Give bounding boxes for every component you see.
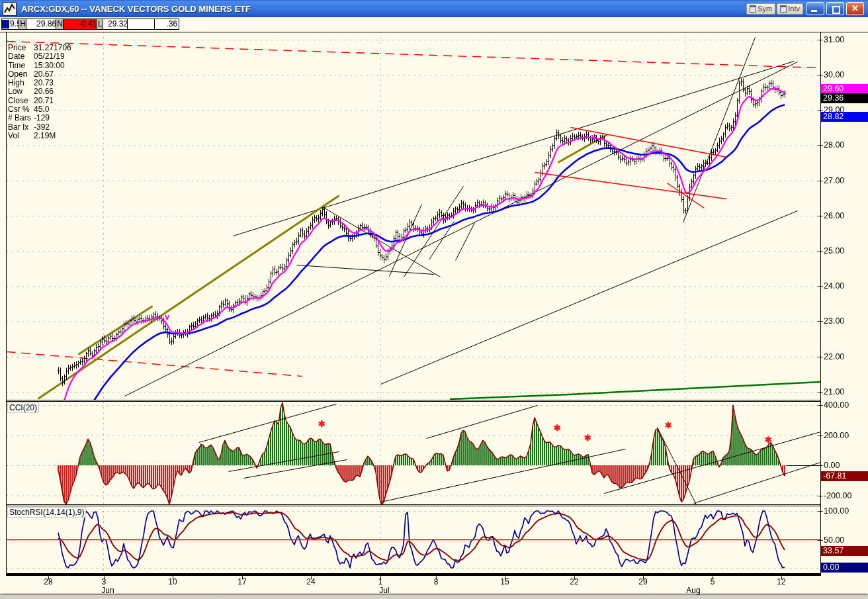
time-day-label: 8 — [426, 577, 446, 586]
info-row: Csr %45.0 — [8, 105, 71, 114]
info-label: Csr % — [8, 105, 34, 114]
time-day-label: 12 — [771, 577, 791, 586]
price-tick-label: 25.00 — [824, 246, 866, 255]
cci-signal-asterisk: ✱ — [765, 435, 772, 445]
price-tick-label: 28.00 — [824, 140, 866, 150]
close-icon — [847, 3, 863, 13]
price-tick-label: 31.00 — [824, 35, 866, 44]
info-value: 20.66 — [34, 87, 54, 96]
open-cell: 9.55 — [1, 19, 20, 30]
high-value: 29.86 — [26, 19, 58, 30]
info-row: Time15:30:00 — [8, 62, 71, 70]
app-window: ARCX:GDX,60 -- VANECK VECTORS GOLD MINER… — [0, 0, 868, 599]
time-day-label: 29 — [633, 577, 653, 586]
price-value-badge: 29.60 — [821, 84, 868, 94]
price-tick-label: 21.00 — [824, 387, 866, 396]
extra-value: .36 — [154, 19, 179, 30]
selection-chip-icon — [2, 20, 9, 28]
price-tick-label: 24.00 — [824, 281, 866, 291]
info-label: Low — [8, 87, 34, 96]
info-value: -392 — [34, 122, 50, 132]
price-value-badge: 29.36 — [821, 93, 868, 103]
cci-value-badge: -67.81 — [821, 471, 868, 481]
info-row: Close20.71 — [8, 97, 71, 105]
minimize-button[interactable] — [806, 2, 824, 15]
time-day-label: 24 — [301, 577, 321, 586]
price-tick-label: 27.00 — [824, 176, 866, 185]
price-tick-label: 23.00 — [824, 316, 866, 326]
close-button[interactable] — [846, 2, 864, 15]
info-row: Vol2.19M — [8, 132, 71, 140]
info-row: Open20.67 — [8, 70, 71, 79]
minimize-icon — [811, 10, 817, 12]
title-bar[interactable]: ARCX:GDX,60 -- VANECK VECTORS GOLD MINER… — [0, 0, 868, 17]
time-day-label: 1 — [370, 577, 390, 586]
reversal-marker-v: v — [165, 312, 169, 322]
price-tick-label: 22.00 — [824, 352, 866, 361]
info-label: Open — [8, 70, 34, 79]
cci-signal-asterisk: ✱ — [665, 420, 672, 430]
info-value: 20.71 — [34, 96, 54, 105]
info-value: 45.0 — [34, 105, 49, 114]
stoch-tick-label: 100.00 — [824, 506, 866, 516]
info-row: Bar Ix-392 — [8, 123, 71, 132]
info-row: # Bars-129 — [8, 114, 71, 122]
maximize-icon — [832, 6, 840, 14]
cci-tick-label: 200.00 — [824, 431, 866, 440]
cci-signal-asterisk: ✱ — [584, 433, 591, 443]
sym-button-label: Sym — [758, 5, 772, 13]
time-day-label: 28 — [38, 577, 58, 586]
sym-button[interactable]: Sym — [746, 3, 775, 15]
info-value: 15:30:00 — [34, 61, 65, 70]
app-icon — [3, 2, 17, 16]
time-day-label: 17 — [232, 577, 252, 586]
intv-button[interactable]: Intv — [777, 3, 803, 15]
spare-cell — [127, 19, 155, 30]
quote-bar: 9.55 H 29.86 N -0.41 L 29.32 .36 — [0, 17, 868, 32]
info-label: Date — [8, 52, 34, 61]
info-label: High — [8, 79, 34, 87]
cci-panel-label: CCI(20) — [7, 402, 39, 413]
info-row: Low20.66 — [8, 87, 71, 96]
cci-tick-label: 400.00 — [824, 400, 866, 410]
stoch-panel-label: StochRSI(14,14(1),9) — [7, 507, 86, 518]
low-value: 29.32 — [103, 19, 130, 30]
info-value: 31.271706 — [34, 43, 71, 52]
time-day-label: 10 — [163, 577, 183, 586]
price-value-badge: 28.82 — [821, 112, 868, 122]
net-value: -0.41 — [63, 19, 99, 30]
time-day-label: 3 — [94, 577, 114, 586]
info-label: Bar Ix — [8, 123, 34, 132]
stoch-tick-label: 50.00 — [824, 535, 866, 545]
info-row: Price31.271706 — [8, 44, 71, 52]
time-day-label: 5 — [703, 577, 722, 586]
info-label: Close — [8, 97, 34, 105]
info-value: 20.67 — [34, 69, 54, 79]
intv-button-label: Intv — [788, 5, 800, 13]
info-label: Price — [8, 44, 34, 52]
data-window-panel: Price31.271706Date05/21/19Time15:30:00Op… — [8, 44, 71, 140]
info-value: -129 — [34, 113, 50, 122]
info-row: Date05/21/19 — [8, 52, 71, 61]
time-day-label: 15 — [495, 577, 515, 586]
stoch-value-badge: 0.00 — [821, 563, 868, 573]
cci-signal-asterisk: ✱ — [318, 419, 326, 429]
info-label: # Bars — [8, 114, 34, 122]
info-row: High20.73 — [8, 79, 71, 87]
window-title: ARCX:GDX,60 -- VANECK VECTORS GOLD MINER… — [21, 4, 251, 14]
info-label: Time — [8, 62, 34, 70]
cci-signal-asterisk: ✱ — [554, 423, 561, 433]
price-tick-label: 26.00 — [824, 211, 866, 220]
window-icon — [750, 5, 756, 13]
time-day-label: 22 — [564, 577, 584, 586]
info-label: Vol — [8, 132, 34, 140]
time-month-label: Aug — [682, 586, 705, 595]
reversal-marker-v: v — [591, 132, 596, 142]
info-value: 20.73 — [34, 78, 54, 87]
chart-canvas[interactable] — [0, 0, 868, 599]
cci-tick-label: -200.00 — [824, 491, 866, 500]
price-tick-label: 30.00 — [824, 70, 866, 79]
stoch-value-badge: 33.57 — [821, 546, 868, 556]
cci-tick-label: 0.00 — [824, 461, 866, 470]
maximize-button[interactable] — [826, 2, 844, 15]
